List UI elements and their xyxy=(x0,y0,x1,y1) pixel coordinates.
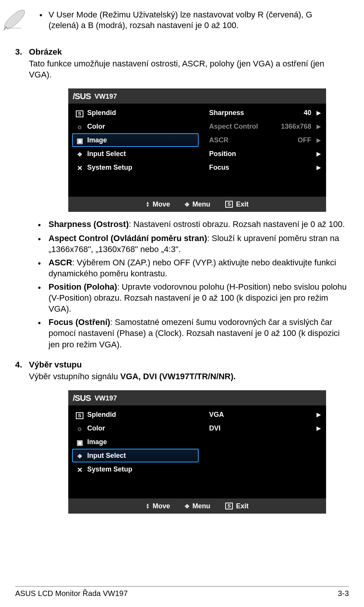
osd-item-icon: ✕ xyxy=(76,164,83,171)
osd-header: /SUS VW197 xyxy=(68,390,326,405)
bullet-dot: • xyxy=(38,257,43,269)
osd-item-icon: ▣ xyxy=(76,137,83,143)
bullet-dot: • xyxy=(38,233,43,244)
note-icon xyxy=(3,8,26,33)
osd-footer: ▲▼Move ⎆Menu SExit xyxy=(68,498,326,514)
osd-right-value: OFF xyxy=(298,136,311,144)
osd-move-label: Move xyxy=(152,200,170,208)
osd-left-item[interactable]: ▣Image xyxy=(72,435,199,449)
section-number: 4. xyxy=(15,360,22,370)
arrow-icon: ▶ xyxy=(317,411,321,418)
osd-left-menu: SSplendid☼Color▣Image⎆Input Select✕Syste… xyxy=(68,104,202,197)
osd-input-panel: /SUS VW197 SSplendid☼Color▣Image⎆Input S… xyxy=(68,390,326,515)
arrow-icon: ▶ xyxy=(317,151,321,157)
osd-item-label: Splendid xyxy=(87,411,116,419)
osd-right-label: Sharpness xyxy=(209,109,244,117)
section-body: Tato funkce umožňuje nastavení ostrosti,… xyxy=(29,58,349,80)
osd-left-item[interactable]: ☼Color xyxy=(72,120,199,133)
osd-item-icon: ☼ xyxy=(76,123,83,130)
arrow-icon: ▶ xyxy=(317,123,321,129)
osd-item-label: Color xyxy=(87,123,105,131)
osd-item-label: Splendid xyxy=(87,109,116,117)
bullet-item: •Focus (Ostření): Samostatné omezení šum… xyxy=(38,317,349,350)
section-4-heading: 4. Výběr vstupu Výběr vstupního signálu … xyxy=(15,360,349,382)
footer-right: 3-3 xyxy=(338,589,349,598)
user-mode-note: • V User Mode (Režimu Uživatelský) lze n… xyxy=(38,0,349,37)
osd-left-item[interactable]: SSplendid xyxy=(72,408,199,421)
osd-item-icon: S xyxy=(76,411,83,418)
osd-item-label: Image xyxy=(87,438,107,446)
osd-right-label: Position xyxy=(209,150,236,158)
osd-left-item[interactable]: SSplendid xyxy=(72,106,199,120)
osd-model: VW197 xyxy=(94,93,117,101)
osd-right-label: DVI xyxy=(209,424,221,432)
osd-left-menu: SSplendid☼Color▣Image⎆Input Select✕Syste… xyxy=(68,405,202,498)
menu-icon: ⎆ xyxy=(185,200,189,208)
osd-exit-label: Exit xyxy=(236,200,248,208)
footer-rule xyxy=(15,586,349,587)
section-body-pre: Výběr vstupního signálu xyxy=(29,372,120,381)
osd-move-label: Move xyxy=(152,502,170,510)
osd-item-icon: S xyxy=(76,109,83,116)
osd-item-icon: ▣ xyxy=(76,438,83,445)
osd-item-icon: ⎆ xyxy=(76,150,83,157)
section-number: 3. xyxy=(15,47,22,57)
osd-right-value: 40 xyxy=(304,109,311,117)
asus-logo: /SUS xyxy=(73,91,91,101)
bullet-dot: • xyxy=(38,281,43,293)
bullet-text: Focus (Ostření): Samostatné omezení šumu… xyxy=(49,317,349,350)
osd-right-label: VGA xyxy=(209,411,224,419)
bullet-item: •Sharpness (Ostrost): Nastavení ostrosti… xyxy=(38,219,349,230)
osd-right-menu: Sharpness40▶Aspect Control1366x768▶ASCRO… xyxy=(202,104,326,197)
osd-item-label: Image xyxy=(87,136,107,144)
updown-icon: ▲▼ xyxy=(146,503,150,509)
osd-left-item[interactable]: ⎆Input Select xyxy=(72,147,199,161)
bullet-item: •Aspect Control (Ovládání poměru stran):… xyxy=(38,233,349,255)
osd-left-item[interactable]: ☼Color xyxy=(72,421,199,435)
bullet-text: Position (Poloha): Upravte vodorovnou po… xyxy=(49,281,349,314)
note-text: V User Mode (Režimu Uživatelský) lze nas… xyxy=(49,9,349,30)
arrow-icon: ▶ xyxy=(317,164,321,170)
osd-right-item[interactable]: DVI▶ xyxy=(206,421,322,435)
section-title: Výběr vstupu xyxy=(29,360,349,370)
osd-menu-label: Menu xyxy=(192,502,210,510)
asus-logo: /SUS xyxy=(73,393,91,403)
osd-right-item[interactable]: Aspect Control1366x768▶ xyxy=(206,120,322,133)
osd-item-icon: ✕ xyxy=(76,466,83,473)
osd-item-label: System Setup xyxy=(87,164,132,172)
osd-item-label: Input Select xyxy=(87,150,126,158)
osd-right-item[interactable]: Position▶ xyxy=(206,147,322,161)
osd-exit-label: Exit xyxy=(236,502,248,510)
osd-image-panel: /SUS VW197 SSplendid☼Color▣Image⎆Input S… xyxy=(68,88,326,213)
osd-right-label: Aspect Control xyxy=(209,123,258,131)
section-body: Výběr vstupního signálu VGA, DVI (VW197T… xyxy=(29,371,349,382)
bullet-dot: • xyxy=(38,317,43,328)
osd-item-icon: ☼ xyxy=(76,425,83,432)
osd-model: VW197 xyxy=(94,394,117,402)
osd-right-item[interactable]: VGA▶ xyxy=(206,408,322,421)
osd-item-label: Input Select xyxy=(87,452,126,460)
osd-right-label: Focus xyxy=(209,164,229,172)
osd-left-item[interactable]: ⎆Input Select xyxy=(72,449,199,462)
s-icon: S xyxy=(225,503,233,509)
note-bullet: • xyxy=(38,9,49,20)
section-title: Obrázek xyxy=(29,47,349,57)
bullet-text: Sharpness (Ostrost): Nastavení ostrosti … xyxy=(49,219,349,230)
section-body-bold: VGA, DVI (VW197T/TR/N/NR). xyxy=(120,372,235,381)
osd-right-item[interactable]: Focus▶ xyxy=(206,161,322,174)
osd-right-menu: VGA▶DVI▶ xyxy=(202,405,326,498)
osd-left-item[interactable]: ✕System Setup xyxy=(72,161,199,174)
arrow-icon: ▶ xyxy=(317,137,321,143)
osd-footer: ▲▼Move ⎆Menu SExit xyxy=(68,197,326,212)
footer-left: ASUS LCD Monitor Řada VW197 xyxy=(15,589,128,598)
arrow-icon: ▶ xyxy=(317,110,321,116)
osd-left-item[interactable]: ✕System Setup xyxy=(72,462,199,476)
osd-left-item[interactable]: ▣Image xyxy=(72,133,199,147)
osd-right-item[interactable]: ASCROFF▶ xyxy=(206,133,322,147)
osd-item-icon: ⎆ xyxy=(76,452,83,459)
osd-menu-label: Menu xyxy=(192,200,210,208)
osd-item-label: System Setup xyxy=(87,465,132,473)
osd-right-item[interactable]: Sharpness40▶ xyxy=(206,106,322,120)
bullet-text: ASCR: Výběrem ON (ZAP.) nebo OFF (VYP.) … xyxy=(49,257,349,279)
section-3-bullets: •Sharpness (Ostrost): Nastavení ostrosti… xyxy=(38,219,349,350)
